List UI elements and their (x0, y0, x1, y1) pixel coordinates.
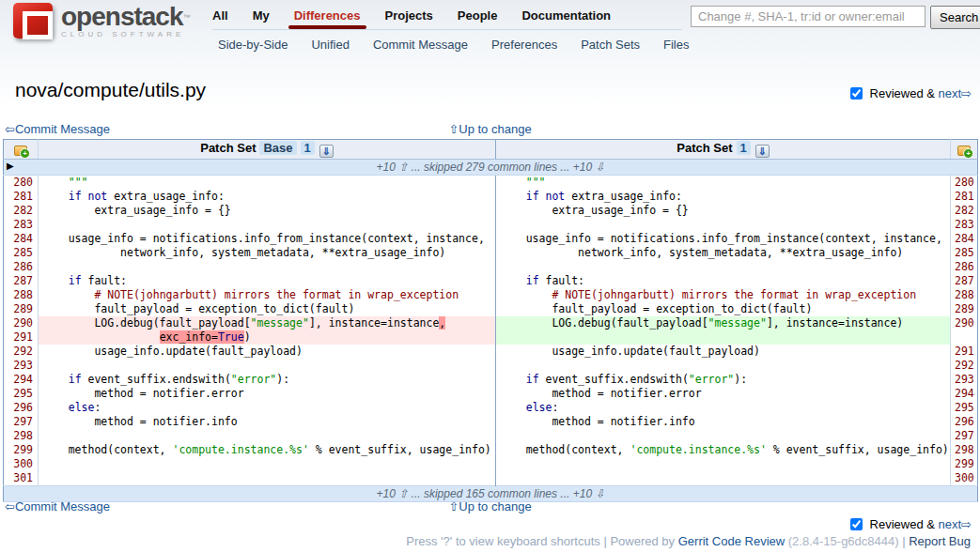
code-cell-right: # NOTE(johngarbutt) mirrors the format i… (496, 288, 951, 302)
line-number-right[interactable]: 282 (951, 204, 978, 218)
line-number-right[interactable]: 283 (951, 218, 978, 232)
line-number-right[interactable]: 295 (951, 401, 978, 415)
reviewed-checkbox-bottom[interactable] (850, 518, 863, 530)
code-cell-left (39, 218, 496, 232)
nav-links-bottom: ⇦Commit Message ⇧Up to change (5, 499, 975, 514)
subtab-files[interactable]: Files (663, 38, 689, 52)
code-row: 292 usage_info.update(fault_payload) usa… (4, 345, 978, 359)
line-number-right[interactable]: 298 (951, 443, 978, 457)
line-number-left[interactable]: 289 (4, 302, 39, 316)
line-number-right[interactable]: 291 (951, 345, 978, 359)
powered-by-text: Powered by (610, 534, 675, 548)
report-bug-link[interactable]: Report Bug (909, 534, 971, 548)
next-file-link[interactable]: next⇨ (939, 86, 972, 100)
line-number-left[interactable]: 295 (4, 387, 39, 401)
tab-all[interactable]: All (212, 8, 228, 24)
line-number-left[interactable]: 287 (4, 274, 39, 288)
expand-down-link-top[interactable]: +10 ⇩ (573, 161, 605, 174)
line-number-right[interactable]: 294 (951, 387, 978, 401)
line-number-right[interactable] (951, 330, 978, 345)
up-to-change-link-bottom[interactable]: ⇧Up to change (448, 499, 531, 514)
line-number-right[interactable]: 296 (951, 415, 978, 429)
line-number-left[interactable]: 282 (4, 204, 39, 218)
line-number-right[interactable]: 289 (951, 302, 978, 316)
line-number-left[interactable]: 298 (4, 429, 39, 443)
right-pane-header: Patch Set1⇓ (496, 140, 951, 160)
line-number-left[interactable]: 288 (4, 288, 39, 302)
line-number-left[interactable]: 299 (4, 443, 39, 457)
line-number-right[interactable]: 297 (951, 429, 978, 443)
line-number-left[interactable]: 284 (4, 232, 39, 246)
patch-set-number-link-right[interactable]: 1 (737, 141, 751, 155)
code-cell-left: method = notifier.info (39, 415, 496, 429)
line-number-right[interactable]: 292 (951, 359, 978, 373)
line-number-left[interactable]: 281 (4, 190, 39, 204)
line-number-right[interactable]: 288 (951, 288, 978, 302)
line-number-left[interactable]: 286 (4, 260, 39, 274)
patch-set-number-link-left[interactable]: 1 (301, 141, 315, 155)
line-number-left[interactable]: 296 (4, 401, 39, 415)
nav-tab-row: AllMyDifferencesProjectsPeopleDocumentat… (212, 5, 682, 30)
line-number-left[interactable]: 280 (4, 176, 39, 191)
code-cell-right: network_info, system_metadata, **extra_u… (496, 246, 951, 260)
line-number-right[interactable]: 280 (951, 176, 978, 191)
gerrit-code-review-link[interactable]: Gerrit Code Review (678, 534, 785, 548)
reviewed-checkbox-top[interactable] (850, 87, 863, 100)
line-number-right[interactable]: 293 (951, 373, 978, 387)
tab-differences[interactable]: Differences (294, 8, 361, 24)
download-icon-left[interactable]: ⇓ (319, 145, 334, 158)
tab-documentation[interactable]: Documentation (521, 8, 611, 24)
nav-links-top: ⇦Commit Message ⇧Up to change (5, 122, 975, 136)
search-input[interactable] (691, 6, 926, 27)
download-icon-right[interactable]: ⇓ (755, 145, 770, 158)
footer: Press '?' to view keyboard shortcuts | P… (406, 534, 971, 548)
line-number-right[interactable]: 287 (951, 274, 978, 288)
line-number-left[interactable]: 291 (4, 330, 39, 345)
code-row: 299 method(context, 'compute.instance.%s… (4, 443, 978, 457)
code-cell-left: method = notifier.error (39, 387, 496, 401)
expand-up-link-bottom[interactable]: +10 ⇧ (377, 487, 409, 500)
subtab-preferences[interactable]: Preferences (491, 38, 557, 52)
line-number-left[interactable]: 292 (4, 345, 39, 359)
commit-message-link-bottom[interactable]: ⇦Commit Message (5, 499, 110, 514)
skipped-lines-text-top: ... skipped 279 common lines ... (408, 161, 572, 174)
add-file-comment-icon-right[interactable] (957, 146, 971, 156)
code-cell-right: if event_suffix.endswith("error"): (496, 373, 951, 387)
commit-message-link[interactable]: ⇦Commit Message (5, 122, 110, 136)
add-file-comment-icon-left[interactable] (14, 146, 27, 156)
line-number-left[interactable]: 283 (4, 218, 39, 232)
tab-projects[interactable]: Projects (385, 8, 433, 24)
tab-my[interactable]: My (253, 8, 270, 24)
footer-separator-2: | (902, 534, 905, 548)
line-number-left[interactable]: 301 (4, 471, 39, 486)
next-file-link-bottom[interactable]: next⇨ (939, 517, 972, 531)
code-row: 293292 (4, 359, 978, 373)
line-number-right[interactable]: 284 (951, 232, 978, 246)
line-number-left[interactable]: 294 (4, 373, 39, 387)
code-row: 283283 (4, 218, 978, 232)
line-number-left[interactable]: 297 (4, 415, 39, 429)
line-number-left[interactable]: 293 (4, 359, 39, 373)
line-number-right[interactable]: 285 (951, 246, 978, 260)
subtab-commit-message[interactable]: Commit Message (373, 38, 468, 52)
expand-down-link-bottom[interactable]: +10 ⇩ (573, 487, 605, 500)
up-to-change-link[interactable]: ⇧Up to change (448, 122, 531, 136)
line-number-right[interactable]: 300 (951, 471, 978, 486)
code-cell-right: """ (496, 176, 951, 191)
code-cell-left (39, 471, 496, 486)
line-number-right[interactable]: 281 (951, 190, 978, 204)
line-number-left[interactable]: 300 (4, 457, 39, 471)
line-number-right[interactable]: 286 (951, 260, 978, 274)
code-cell-right: else: (496, 401, 951, 415)
expand-up-link-top[interactable]: +10 ⇧ (377, 161, 409, 174)
subtab-side-by-side[interactable]: Side-by-Side (218, 38, 288, 52)
code-cell-left: usage_info = notifications.info_from_ins… (39, 232, 496, 246)
search-button[interactable]: Search (930, 6, 980, 29)
line-number-right[interactable]: 299 (951, 457, 978, 471)
line-number-left[interactable]: 290 (4, 316, 39, 330)
subtab-patch-sets[interactable]: Patch Sets (581, 38, 640, 52)
subtab-unified[interactable]: Unified (311, 38, 349, 52)
tab-people[interactable]: People (458, 8, 498, 24)
line-number-right[interactable]: 290 (951, 316, 978, 330)
line-number-left[interactable]: 285 (4, 246, 39, 260)
